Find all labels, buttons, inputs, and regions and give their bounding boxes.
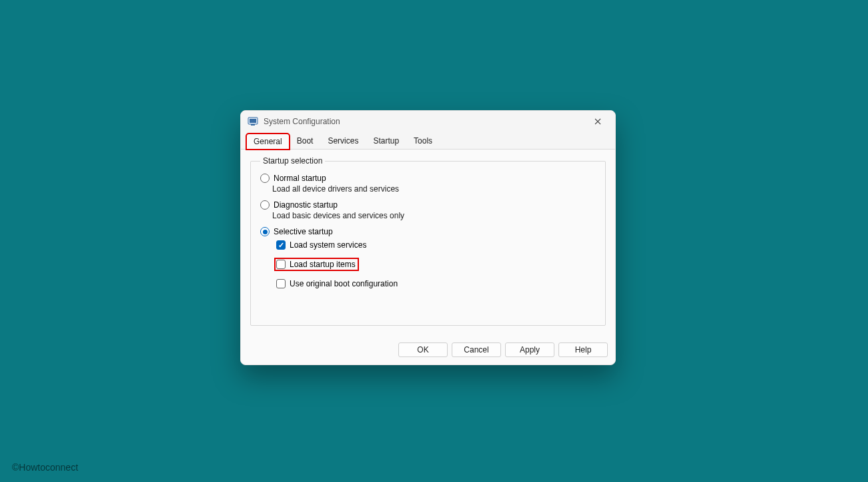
ok-button[interactable]: OK	[398, 342, 448, 357]
close-icon	[594, 118, 601, 125]
radio-icon	[260, 227, 270, 236]
checkbox-use-original-boot[interactable]: Use original boot configuration	[276, 279, 596, 288]
selective-suboptions: Load system services Load startup items …	[276, 240, 596, 288]
group-legend: Startup selection	[260, 156, 325, 166]
checkbox-load-startup-items[interactable]: Load startup items	[274, 258, 359, 271]
dialog-buttons: OK Cancel Apply Help	[241, 334, 615, 365]
window-title: System Configuration	[264, 117, 340, 126]
tab-general[interactable]: General	[246, 134, 290, 150]
checkbox-icon	[276, 279, 286, 288]
app-icon	[248, 116, 258, 127]
radio-icon	[260, 200, 270, 210]
tab-startup[interactable]: Startup	[366, 133, 406, 149]
tab-boot[interactable]: Boot	[290, 133, 321, 149]
radio-diagnostic-startup[interactable]: Diagnostic startup	[260, 200, 596, 210]
tab-content: Startup selection Normal startup Load al…	[241, 150, 615, 334]
diagnostic-startup-desc: Load basic devices and services only	[272, 211, 596, 220]
checkbox-load-system-services[interactable]: Load system services	[276, 240, 596, 250]
titlebar: System Configuration	[241, 111, 615, 132]
help-button[interactable]: Help	[558, 342, 608, 357]
tab-services[interactable]: Services	[320, 133, 366, 149]
checkbox-label: Load system services	[290, 240, 366, 250]
system-configuration-dialog: System Configuration General Boot Servic…	[240, 110, 616, 365]
checkbox-icon	[276, 260, 286, 269]
normal-startup-desc: Load all device drivers and services	[272, 184, 596, 194]
apply-button[interactable]: Apply	[505, 342, 554, 357]
startup-selection-group: Startup selection Normal startup Load al…	[250, 156, 606, 326]
radio-label: Diagnostic startup	[274, 200, 338, 210]
checkbox-icon	[276, 240, 286, 250]
radio-label: Normal startup	[274, 174, 326, 183]
close-button[interactable]	[583, 112, 612, 131]
radio-icon	[260, 174, 270, 183]
checkbox-label: Use original boot configuration	[290, 279, 398, 288]
checkbox-label: Load startup items	[290, 260, 356, 269]
tab-strip: General Boot Services Startup Tools	[241, 132, 615, 150]
tab-tools[interactable]: Tools	[406, 133, 440, 149]
svg-rect-2	[251, 124, 255, 126]
svg-rect-1	[250, 119, 256, 123]
cancel-button[interactable]: Cancel	[452, 342, 501, 357]
radio-selective-startup[interactable]: Selective startup	[260, 227, 596, 236]
radio-normal-startup[interactable]: Normal startup	[260, 174, 596, 183]
watermark: ©Howtoconnect	[12, 462, 78, 473]
radio-label: Selective startup	[274, 227, 333, 236]
